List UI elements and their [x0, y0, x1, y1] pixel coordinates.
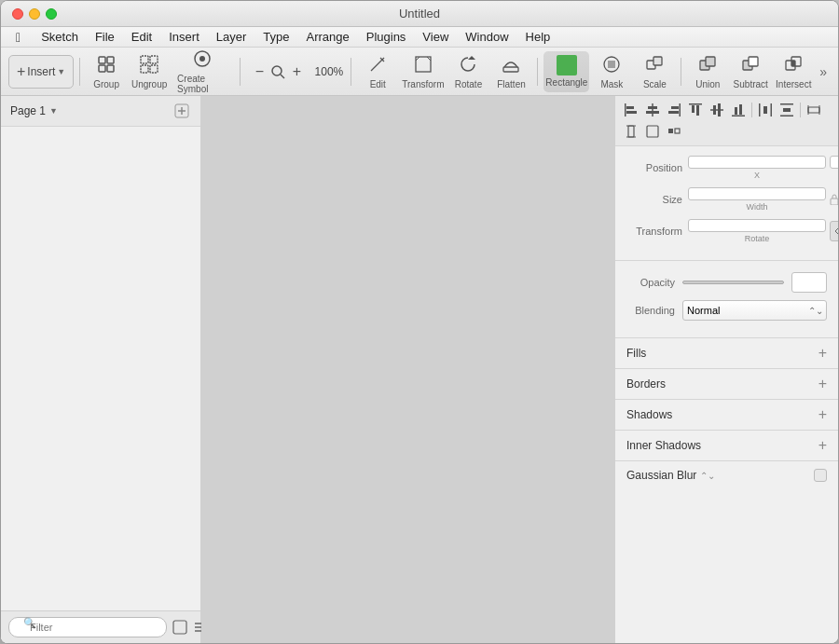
svg-rect-18: [653, 57, 662, 65]
zoom-minus-button[interactable]: −: [251, 63, 268, 80]
add-layer-button[interactable]: [172, 617, 187, 637]
shadows-add-icon[interactable]: +: [818, 407, 827, 422]
create-symbol-label: Create Symbol: [177, 74, 227, 94]
align-toolbar: [615, 96, 838, 146]
borders-add-icon[interactable]: +: [818, 377, 827, 391]
align-separator-1: [751, 103, 752, 117]
union-button[interactable]: Union: [687, 51, 728, 92]
create-symbol-button[interactable]: Create Symbol: [172, 51, 233, 92]
position-inputs: X Y: [688, 156, 838, 180]
fills-add-icon[interactable]: +: [818, 346, 827, 361]
menu-arrange[interactable]: Arrange: [298, 28, 356, 46]
insert-button[interactable]: + Insert ▼: [8, 55, 74, 89]
make-same-width-button[interactable]: [804, 100, 824, 120]
svg-rect-12: [416, 57, 431, 72]
ungroup-label: Ungroup: [131, 79, 167, 89]
minimize-button[interactable]: [29, 8, 40, 20]
union-icon: [697, 54, 718, 77]
distribute-v-button[interactable]: [777, 100, 797, 120]
close-button[interactable]: [12, 8, 23, 20]
toolbar-separator-1: [79, 58, 80, 86]
toolbar: + Insert ▼ Group Ungroup Create Symbol: [1, 48, 838, 96]
align-right-button[interactable]: [664, 100, 684, 120]
opacity-input[interactable]: [791, 272, 827, 293]
rotate-input[interactable]: [688, 219, 826, 232]
transform-label: Transform: [402, 79, 444, 89]
menu-sketch[interactable]: Sketch: [34, 28, 86, 46]
borders-section: Borders +: [615, 368, 838, 399]
align-top-button[interactable]: [685, 100, 706, 120]
distribute-h-button[interactable]: [755, 100, 776, 120]
rotate-button[interactable]: Rotate: [447, 51, 488, 92]
rectangle-button[interactable]: Rectangle: [543, 51, 589, 92]
zoom-value[interactable]: 100%: [312, 65, 345, 78]
align-bottom-button[interactable]: [728, 100, 749, 120]
menu-insert[interactable]: Insert: [161, 28, 207, 46]
menu-window[interactable]: Window: [458, 28, 516, 46]
inner-shadows-add-icon[interactable]: +: [818, 438, 827, 453]
make-same-height-button[interactable]: [621, 121, 641, 142]
fills-header[interactable]: Fills +: [615, 338, 838, 368]
canvas-area[interactable]: [201, 96, 614, 643]
subtract-button[interactable]: Subtract: [730, 51, 771, 92]
group-icon: [96, 54, 117, 77]
scale-button[interactable]: Scale: [634, 51, 675, 92]
inner-shadows-header[interactable]: Inner Shadows +: [615, 431, 838, 460]
left-sidebar: Page 1 ▼ 🔍 0: [1, 96, 201, 643]
blending-row: Blending Normal Darken Multiply Color Bu…: [615, 300, 838, 330]
lock-icon[interactable]: [830, 187, 838, 212]
opacity-slider[interactable]: [682, 281, 784, 284]
svg-rect-37: [648, 106, 657, 109]
x-input[interactable]: [688, 156, 826, 169]
create-symbol-icon: [192, 48, 213, 72]
svg-rect-66: [831, 199, 838, 205]
insert-arrow-icon: ▼: [57, 67, 65, 76]
zoom-plus-button[interactable]: +: [288, 63, 305, 80]
toolbar-separator-5: [681, 58, 681, 86]
align-center-h-button[interactable]: [642, 100, 663, 120]
menu-edit[interactable]: Edit: [124, 28, 159, 46]
gaussian-blur-checkbox[interactable]: [814, 469, 827, 482]
transform-icon: [413, 54, 433, 77]
align-left-button[interactable]: [621, 100, 641, 120]
intersect-label: Intersect: [776, 79, 811, 89]
intersect-icon: [783, 54, 804, 77]
ungroup-button[interactable]: Ungroup: [129, 51, 170, 92]
group-button[interactable]: Group: [86, 51, 127, 92]
width-sublabel: Width: [688, 202, 826, 212]
intersect-button[interactable]: Intersect: [773, 51, 814, 92]
transform-button[interactable]: Transform: [400, 51, 446, 92]
flip-horizontal-button[interactable]: [830, 221, 838, 241]
menu-help[interactable]: Help: [518, 28, 558, 46]
shadows-header[interactable]: Shadows +: [615, 400, 838, 430]
flatten-button[interactable]: Flatten: [490, 51, 531, 92]
menu-file[interactable]: File: [88, 28, 122, 46]
menu-view[interactable]: View: [415, 28, 456, 46]
add-page-button[interactable]: [172, 102, 191, 120]
page-selector[interactable]: Page 1 ▼: [10, 104, 58, 117]
arrange-button[interactable]: [664, 121, 684, 142]
menu-layer[interactable]: Layer: [209, 28, 254, 46]
align-middle-v-button[interactable]: [707, 100, 727, 120]
menu-plugins[interactable]: Plugins: [359, 28, 414, 46]
svg-rect-46: [713, 105, 716, 115]
make-same-size-button[interactable]: [642, 121, 663, 142]
edit-button[interactable]: Edit: [357, 51, 398, 92]
flip-group: Flip: [830, 219, 838, 243]
zoom-icon: [269, 63, 286, 80]
borders-header[interactable]: Borders +: [615, 369, 838, 399]
toolbar-more[interactable]: »: [816, 64, 831, 79]
y-sublabel: Y: [830, 171, 838, 180]
apple-menu[interactable]: : [8, 28, 28, 47]
maximize-button[interactable]: [46, 8, 57, 20]
svg-rect-51: [759, 103, 761, 116]
gaussian-blur-section: Gaussian Blur ⌃⌄: [615, 460, 838, 489]
transform-prop-label: Transform: [626, 226, 682, 237]
width-input-group: Width: [688, 187, 826, 212]
width-input[interactable]: [688, 187, 826, 200]
menu-type[interactable]: Type: [255, 28, 296, 46]
gaussian-stepper-icon[interactable]: ⌃⌄: [700, 471, 715, 481]
mask-button[interactable]: Mask: [591, 51, 632, 92]
blending-select[interactable]: Normal Darken Multiply Color Burn Lighte…: [682, 300, 827, 321]
y-input[interactable]: [830, 156, 838, 169]
